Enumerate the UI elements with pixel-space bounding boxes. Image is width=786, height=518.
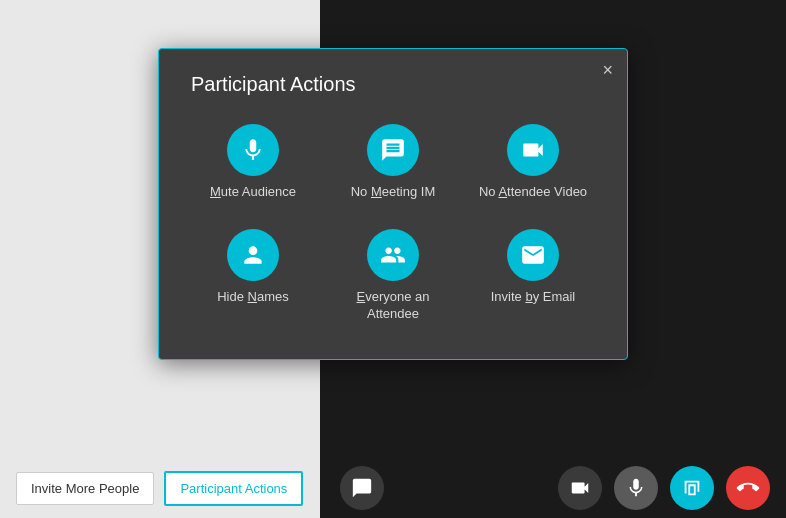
modal-title: Participant Actions bbox=[191, 73, 595, 96]
video-button[interactable] bbox=[558, 466, 602, 510]
no-attendee-video-label: No Attendee Video bbox=[479, 184, 587, 201]
end-call-button[interactable] bbox=[726, 466, 770, 510]
participant-actions-modal: × Participant Actions Mute Audience No M… bbox=[158, 48, 628, 360]
everyone-an-attendee-icon bbox=[367, 229, 419, 281]
toolbar-left: Invite More People Participant Actions bbox=[16, 471, 303, 506]
mute-audience-icon bbox=[227, 124, 279, 176]
mute-audience-label: Mute Audience bbox=[210, 184, 296, 201]
action-invite-by-email[interactable]: Invite by Email bbox=[471, 229, 595, 323]
invite-by-email-label: Invite by Email bbox=[491, 289, 576, 306]
action-grid: Mute Audience No Meeting IM No Attendee … bbox=[191, 124, 595, 323]
no-meeting-im-icon bbox=[367, 124, 419, 176]
modal-close-button[interactable]: × bbox=[602, 61, 613, 79]
toolbar-right bbox=[558, 466, 770, 510]
chat-button[interactable] bbox=[340, 466, 384, 510]
mic-button[interactable] bbox=[614, 466, 658, 510]
action-no-meeting-im[interactable]: No Meeting IM bbox=[331, 124, 455, 201]
action-hide-names[interactable]: Hide Names bbox=[191, 229, 315, 323]
everyone-an-attendee-label: Everyone an Attendee bbox=[331, 289, 455, 323]
invite-more-people-button[interactable]: Invite More People bbox=[16, 472, 154, 505]
toolbar: Invite More People Participant Actions bbox=[0, 458, 786, 518]
toolbar-center bbox=[340, 466, 384, 510]
no-attendee-video-icon bbox=[507, 124, 559, 176]
share-button[interactable] bbox=[670, 466, 714, 510]
hide-names-icon bbox=[227, 229, 279, 281]
hide-names-label: Hide Names bbox=[217, 289, 289, 306]
action-no-attendee-video[interactable]: No Attendee Video bbox=[471, 124, 595, 201]
invite-by-email-icon bbox=[507, 229, 559, 281]
participant-actions-button[interactable]: Participant Actions bbox=[164, 471, 303, 506]
no-meeting-im-label: No Meeting IM bbox=[351, 184, 436, 201]
action-everyone-an-attendee[interactable]: Everyone an Attendee bbox=[331, 229, 455, 323]
action-mute-audience[interactable]: Mute Audience bbox=[191, 124, 315, 201]
